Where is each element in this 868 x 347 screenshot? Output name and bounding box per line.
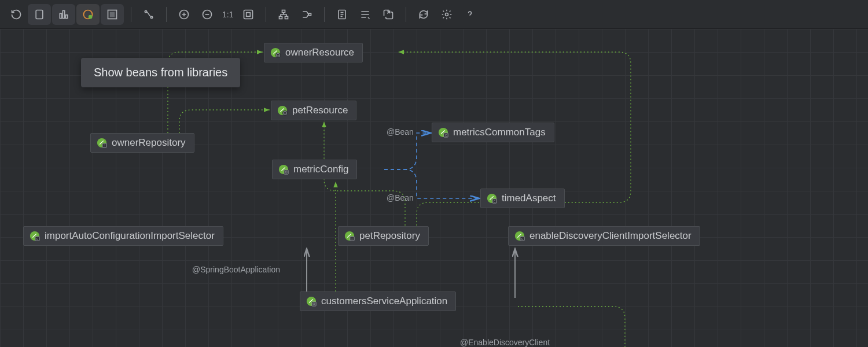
zoom-scale-label[interactable]: 1:1	[219, 10, 237, 19]
zoom-in-icon[interactable]	[172, 4, 196, 25]
svg-rect-29	[284, 170, 288, 174]
node-enableDiscoveryClientImportSelector[interactable]: c enableDiscoveryClientImportSelector	[508, 226, 700, 246]
spring-config-icon	[278, 164, 289, 175]
svg-rect-46	[312, 302, 316, 306]
svg-rect-15	[279, 16, 282, 19]
svg-rect-1	[60, 13, 61, 18]
svg-rect-27	[102, 143, 106, 147]
spring-component-icon: c	[438, 127, 448, 138]
tooltip-text: Show beans from libraries	[94, 66, 227, 79]
node-label: customersServiceApplication	[321, 296, 447, 307]
svg-rect-7	[111, 12, 115, 16]
svg-text:c: c	[494, 199, 495, 203]
divider	[266, 7, 266, 22]
svg-text:c: c	[521, 237, 523, 241]
spring-component-icon: c	[487, 193, 497, 204]
node-label: ownerRepository	[112, 137, 186, 149]
select-frame-icon[interactable]	[101, 4, 124, 25]
svg-rect-41	[350, 237, 354, 241]
node-customersServiceApplication[interactable]: customersServiceApplication	[300, 291, 456, 311]
svg-point-9	[150, 16, 152, 18]
diagram-canvas[interactable]: ownerResource petResource ownerRepositor…	[0, 29, 868, 347]
bar-chart-icon[interactable]	[52, 4, 75, 25]
node-ownerRepository[interactable]: ownerRepository	[90, 133, 194, 153]
spring-web-icon	[270, 47, 281, 58]
svg-point-8	[145, 10, 146, 12]
edge-label-springbootapp: @SpringBootApplication	[192, 265, 280, 274]
spring-repo-icon	[344, 231, 355, 241]
svg-rect-2	[62, 10, 64, 18]
svg-rect-13	[247, 12, 251, 16]
list-icon[interactable]	[354, 4, 377, 25]
node-metricsCommonTags[interactable]: c metricsCommonTags	[432, 123, 554, 142]
spring-repo-icon	[97, 138, 107, 148]
svg-rect-12	[244, 10, 253, 19]
toolbar: 1:1	[0, 0, 868, 29]
node-label: metricConfig	[293, 164, 348, 175]
spring-config-icon	[306, 296, 317, 307]
reset-icon[interactable]	[5, 4, 28, 25]
file-view-icon[interactable]	[28, 4, 51, 25]
node-petResource[interactable]: petResource	[271, 101, 356, 120]
fit-content-icon[interactable]	[237, 4, 260, 25]
edge-label-bean: @Bean	[387, 193, 414, 202]
tooltip: Show beans from libraries	[81, 58, 240, 87]
svg-rect-0	[36, 10, 43, 19]
refresh-icon[interactable]	[412, 4, 435, 25]
node-label: importAutoConfigurationImportSelector	[45, 230, 215, 242]
svg-rect-16	[285, 16, 288, 19]
svg-point-5	[89, 14, 93, 19]
node-label: petRepository	[359, 230, 420, 242]
layout-icon[interactable]	[272, 4, 295, 25]
edge-label-bean: @Bean	[387, 127, 414, 136]
node-label: metricsCommonTags	[453, 127, 546, 138]
edge-label-enablediscovery: @EnableDiscoveryClient	[460, 338, 550, 347]
node-importAutoConfigurationImportSelector[interactable]: c importAutoConfigurationImportSelector	[23, 226, 223, 246]
path-icon[interactable]	[137, 4, 160, 25]
spring-web-icon	[277, 105, 288, 116]
gear-icon[interactable]	[435, 4, 458, 25]
divider	[166, 7, 167, 22]
help-icon[interactable]	[458, 4, 481, 25]
node-label: timedAspect	[502, 193, 556, 204]
zoom-out-icon[interactable]	[196, 4, 219, 25]
spring-component-icon: c	[30, 231, 40, 241]
node-ownerResource[interactable]: ownerResource	[264, 43, 363, 62]
node-petRepository[interactable]: petRepository	[338, 226, 429, 246]
svg-rect-14	[282, 10, 285, 12]
node-metricConfig[interactable]: metricConfig	[272, 160, 357, 179]
svg-rect-17	[309, 13, 311, 15]
export-icon[interactable]	[377, 4, 400, 25]
node-label: ownerResource	[285, 47, 354, 58]
node-timedAspect[interactable]: c timedAspect	[480, 189, 565, 208]
node-label: enableDiscoveryClientImportSelector	[529, 230, 692, 242]
document-icon[interactable]	[330, 4, 354, 25]
svg-text:c: c	[36, 237, 38, 241]
spring-libraries-icon[interactable]	[76, 4, 100, 25]
svg-point-19	[446, 13, 448, 16]
svg-text:c: c	[445, 133, 447, 137]
route-icon[interactable]	[295, 4, 318, 25]
node-label: petResource	[292, 105, 348, 116]
divider	[324, 7, 325, 22]
divider	[406, 7, 406, 22]
divider	[131, 7, 131, 22]
svg-rect-3	[65, 14, 67, 18]
spring-component-icon: c	[514, 231, 525, 241]
